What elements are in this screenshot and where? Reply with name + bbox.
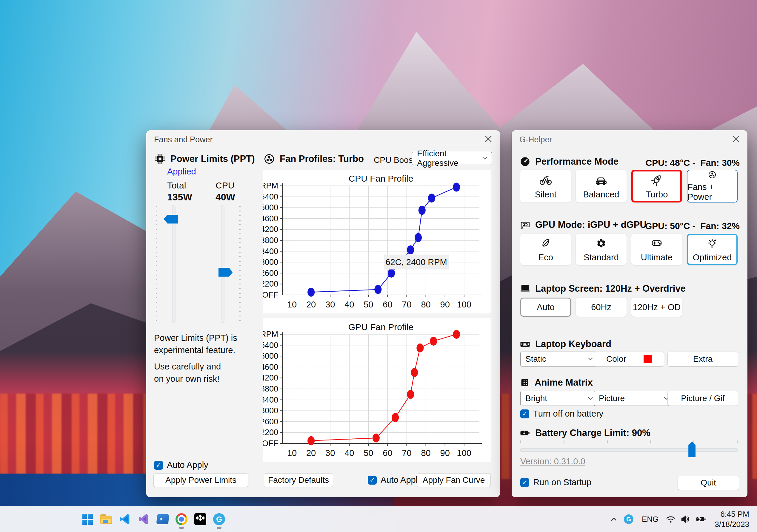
ghelper-taskbar-button[interactable]: G [211, 509, 227, 530]
screen-button-auto[interactable]: Auto [520, 297, 571, 317]
powershell-button[interactable]: >_ [155, 509, 171, 530]
slider-track[interactable] [221, 205, 225, 323]
cpu-power-slider[interactable] [205, 205, 241, 323]
gpu-button-optimized[interactable]: Optimized [687, 234, 738, 265]
chevron-down-icon [588, 357, 593, 360]
ghelper-titlebar[interactable]: G-Helper [512, 130, 747, 148]
auto-apply-fan-checkbox[interactable]: ✓ [368, 476, 377, 485]
file-explorer-button[interactable] [98, 509, 114, 530]
battery-limit-header: Battery Charge Limit: 90% [519, 427, 651, 439]
gpu-fan-profile-chart[interactable]: GPU Fan ProfileOFF2200260030003400380042… [263, 318, 491, 462]
screen-button-120hz-od[interactable]: 120Hz + OD [631, 297, 682, 317]
optimized-icon [706, 237, 719, 250]
ghelper-icon: G [624, 515, 633, 524]
tray-battery-button[interactable] [693, 515, 709, 524]
gpu-button-standard[interactable]: Standard [576, 234, 626, 265]
chevron-down-icon [588, 397, 593, 400]
run-on-startup-checkbox[interactable]: ✓ [520, 478, 529, 487]
close-icon[interactable] [732, 135, 740, 143]
svg-text:90: 90 [440, 448, 450, 458]
tray-time: 6:45 PM [714, 509, 749, 519]
svg-text:RPM: RPM [263, 330, 278, 339]
svg-text:40: 40 [345, 448, 354, 458]
power-limits-status[interactable]: Applied [167, 167, 196, 177]
mode-button-balanced[interactable]: Balanced [576, 170, 626, 203]
visual-studio-button[interactable] [136, 509, 152, 530]
mode-button-silent[interactable]: Silent [520, 170, 571, 203]
mode-button-fans-power[interactable]: Fans + Power [687, 170, 738, 203]
laptop-icon [519, 283, 531, 294]
slider-ticks [239, 206, 241, 322]
svg-text:80: 80 [421, 448, 431, 458]
total-slider-handle[interactable] [164, 215, 178, 224]
svg-text:4600: 4600 [263, 214, 278, 223]
svg-text:GPU Fan Profile: GPU Fan Profile [348, 322, 413, 332]
tray-wifi-button[interactable] [663, 515, 678, 524]
svg-text:CPU Fan Profile: CPU Fan Profile [348, 174, 413, 183]
taskbar-apps: >_ G [79, 506, 227, 532]
svg-text:RPM: RPM [263, 181, 278, 190]
battery-icon [519, 427, 531, 439]
fans-window-titlebar[interactable]: Fans and Power [146, 130, 500, 148]
tray-date: 3/18/2023 [714, 519, 749, 529]
chrome-button[interactable] [173, 509, 190, 530]
tray-ghelper-button[interactable]: G [620, 515, 637, 524]
rocket-icon [650, 173, 664, 187]
gpu-button-eco[interactable]: Eco [520, 234, 571, 265]
anime-content-select[interactable]: Picture [594, 391, 674, 406]
run-on-startup-label: Run on Startup [533, 477, 591, 487]
mode-button-turbo[interactable]: Turbo [631, 170, 682, 203]
battery-limit-slider[interactable] [520, 440, 738, 458]
tray-clock[interactable]: 6:45 PM 3/18/2023 [714, 509, 749, 529]
slider-ticks [520, 440, 738, 443]
apply-power-limits-button[interactable]: Apply Power Limits [153, 473, 248, 487]
slider-track[interactable] [520, 448, 738, 452]
start-button[interactable] [79, 509, 96, 530]
screen-button-60hz[interactable]: 60Hz [576, 297, 626, 317]
tray-chevron-button[interactable] [607, 516, 620, 523]
svg-text:4200: 4200 [263, 225, 278, 234]
auto-apply-power-checkbox[interactable]: ✓ [154, 461, 163, 470]
quit-button[interactable]: Quit [678, 476, 739, 490]
car-icon [594, 173, 608, 187]
cpu-fan-profile-chart[interactable]: CPU Fan ProfileOFF2200260030003400380042… [263, 170, 491, 313]
slider-ticks [156, 206, 157, 322]
tray-language-button[interactable]: ENG [637, 515, 663, 524]
bicycle-icon [539, 173, 553, 187]
ghelper-window: G-Helper Performance Mode CPU: 48°C - Fa… [512, 130, 747, 497]
close-icon[interactable] [484, 135, 492, 143]
power-limits-note-1: Power Limits (PPT) is experimental featu… [154, 332, 237, 356]
cpu-slider-handle[interactable] [219, 268, 233, 277]
battery-slider-thumb[interactable] [688, 442, 695, 457]
total-value: 135W [167, 192, 192, 203]
cpu-boost-label: CPU Boost [374, 155, 415, 165]
cpu-label: CPU [216, 181, 234, 190]
taskbar: >_ G G ENG [0, 506, 757, 532]
desktop: Fans and Power Power Limits (PPT) Applie… [0, 0, 757, 532]
run-on-startup-row: ✓ Run on Startup [520, 477, 591, 487]
anime-content-value: Picture [599, 394, 625, 403]
cpu-boost-select[interactable]: Efficient Aggressive [412, 152, 492, 165]
fan-profiles-header: Fan Profiles: Turbo [263, 153, 364, 165]
apply-fan-curve-button[interactable]: Apply Fan Curve [417, 473, 491, 487]
factory-defaults-button[interactable]: Factory Defaults [264, 473, 333, 487]
keyboard-mode-select[interactable]: Static [520, 351, 598, 367]
gpu-button-ultimate[interactable]: Ultimate [631, 234, 682, 265]
keyboard-mode-value: Static [525, 354, 546, 364]
anime-matrix-header: Anime Matrix [519, 377, 593, 388]
turn-off-on-battery-checkbox[interactable]: ✓ [520, 409, 529, 418]
fans-window-title: Fans and Power [154, 135, 213, 144]
keyboard-extra-button[interactable]: Extra [667, 351, 738, 367]
svg-text:40: 40 [345, 300, 354, 309]
laptop-keyboard-header: Laptop Keyboard [519, 338, 611, 350]
vscode-button[interactable] [117, 509, 133, 530]
keyboard-color-button[interactable]: Color [594, 351, 664, 367]
tidal-button[interactable] [192, 509, 208, 530]
anime-picture-gif-button[interactable]: Picture / Gif [667, 391, 738, 406]
version-link[interactable]: Version: 0.31.0.0 [520, 457, 585, 466]
auto-apply-power-label: Auto Apply [167, 460, 208, 470]
tray-volume-button[interactable] [678, 515, 693, 524]
anime-brightness-select[interactable]: Bright [520, 391, 598, 406]
total-power-slider[interactable] [156, 205, 192, 323]
powershell-icon: >_ [156, 514, 169, 524]
